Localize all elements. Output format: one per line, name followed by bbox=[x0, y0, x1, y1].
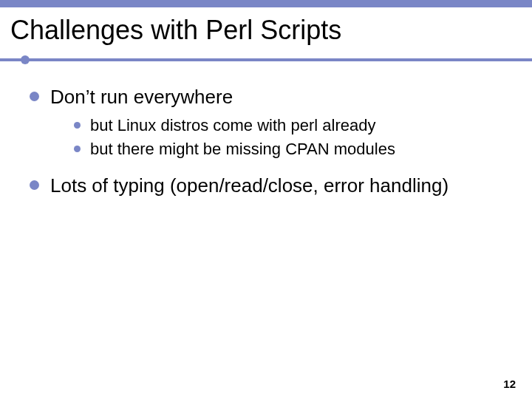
sub-bullet-group: but Linux distros come with perl already… bbox=[30, 115, 502, 160]
top-accent-bar bbox=[0, 0, 532, 7]
bullet-level2: but Linux distros come with perl already bbox=[74, 115, 502, 137]
bullet-text: but Linux distros come with perl already bbox=[90, 116, 375, 134]
title-underline bbox=[0, 55, 532, 64]
bullet-text: but there might be missing CPAN modules bbox=[90, 140, 395, 158]
divider-dot-icon bbox=[21, 55, 30, 64]
divider-line bbox=[0, 58, 532, 61]
bullet-level1: Lots of typing (open/read/close, error h… bbox=[30, 173, 502, 199]
bullet-text: Lots of typing (open/read/close, error h… bbox=[50, 174, 449, 197]
bullet-level2: but there might be missing CPAN modules bbox=[74, 138, 502, 160]
slide-body: Don’t run everywhere but Linux distros c… bbox=[0, 64, 532, 200]
bullet-level1: Don’t run everywhere bbox=[30, 84, 502, 110]
bullet-text: Don’t run everywhere bbox=[50, 86, 233, 108]
slide-title: Challenges with Perl Scripts bbox=[0, 7, 532, 53]
page-number: 12 bbox=[503, 378, 516, 390]
